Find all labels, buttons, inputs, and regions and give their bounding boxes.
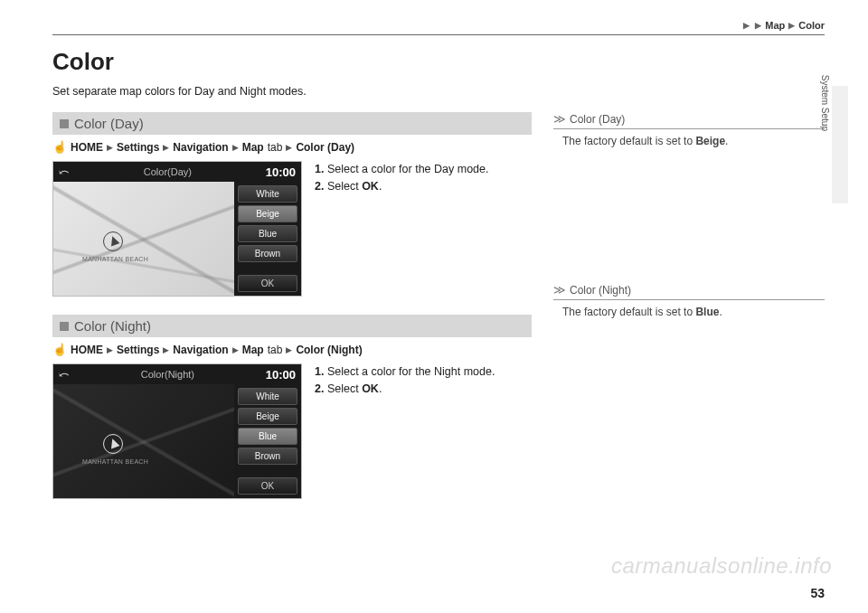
back-icon[interactable]: ⤺ xyxy=(59,367,70,382)
triangle-icon: ▶ xyxy=(232,345,239,354)
triangle-icon: ▶ xyxy=(755,21,761,30)
ok-button[interactable]: OK xyxy=(238,275,297,292)
steps-day: 1. Select a color for the Day mode. 2. S… xyxy=(315,161,488,195)
opt-white[interactable]: White xyxy=(238,388,297,405)
link-icon: ≫ xyxy=(553,283,566,297)
path-settings: Settings xyxy=(117,141,159,154)
link-icon: ≫ xyxy=(553,112,566,126)
opt-brown[interactable]: Brown xyxy=(238,448,297,465)
divider xyxy=(52,34,825,35)
path-home: HOME xyxy=(71,344,103,356)
aside-column: ≫ Color (Day) The factory default is set… xyxy=(553,112,825,517)
path-colornight: Color (Night) xyxy=(296,344,362,356)
hand-icon: ☝ xyxy=(52,343,67,356)
triangle-icon: ▶ xyxy=(286,345,292,354)
page-number: 53 xyxy=(810,586,825,600)
step-ok: OK xyxy=(362,180,379,193)
step-text: Select xyxy=(324,180,362,193)
path-tab: tab xyxy=(268,344,283,356)
step-num: 2. xyxy=(315,382,324,395)
side-tab xyxy=(832,86,848,203)
triangle-icon: ▶ xyxy=(163,345,169,354)
main-column: Color (Day) ☝ HOME ▶ Settings ▶ Navigati… xyxy=(52,112,532,517)
nav-path-day: ☝ HOME ▶ Settings ▶ Navigation ▶ Map tab… xyxy=(52,140,532,154)
clock: 10:00 xyxy=(266,368,296,382)
triangle-icon: ▶ xyxy=(232,143,239,152)
breadcrumb-top: ▶ ▶ Map ▶ Color xyxy=(52,20,825,31)
page-title: Color xyxy=(52,48,825,76)
back-icon[interactable]: ⤺ xyxy=(59,165,70,179)
triangle-icon: ▶ xyxy=(163,143,169,152)
aside-day-head: ≫ Color (Day) xyxy=(553,112,825,129)
step-num: 2. xyxy=(315,180,324,193)
clock: 10:00 xyxy=(266,165,296,179)
opt-brown[interactable]: Brown xyxy=(238,245,297,262)
aside-night-title: Color (Night) xyxy=(570,284,631,297)
step-text: Select xyxy=(324,382,362,395)
step-text: . xyxy=(379,180,382,193)
path-navigation: Navigation xyxy=(173,344,228,356)
section-bar-day-label: Color (Day) xyxy=(74,116,144,131)
breadcrumb-color: Color xyxy=(798,20,825,31)
path-map: Map xyxy=(242,141,264,154)
step-text: Select a color for the Day mode. xyxy=(324,163,488,175)
triangle-icon: ▶ xyxy=(107,345,113,354)
vehicle-cursor-icon xyxy=(103,434,123,454)
step-text: Select a color for the Night mode. xyxy=(324,365,495,378)
aside-night-head: ≫ Color (Night) xyxy=(553,283,825,300)
opt-beige[interactable]: Beige xyxy=(238,205,297,222)
section-bar-day: Color (Day) xyxy=(52,112,532,135)
map-label: MANHATTAN BEACH xyxy=(82,458,148,465)
aside-night-body: The factory default is set to Blue. xyxy=(553,306,825,318)
opt-blue[interactable]: Blue xyxy=(238,225,297,242)
triangle-icon: ▶ xyxy=(107,143,113,152)
path-settings: Settings xyxy=(117,344,159,356)
map-preview-day: MANHATTAN BEACH xyxy=(53,182,234,296)
path-tab: tab xyxy=(268,141,283,154)
color-menu-day: White Beige Blue Brown OK xyxy=(234,182,301,296)
screenshot-header: ⤺ Color(Night) 10:00 xyxy=(53,364,301,384)
hand-icon: ☝ xyxy=(52,140,67,154)
opt-blue[interactable]: Blue xyxy=(238,428,297,445)
section-bar-night-label: Color (Night) xyxy=(74,318,151,334)
square-bullet-icon xyxy=(60,119,69,128)
aside-day-title: Color (Day) xyxy=(570,113,625,126)
map-preview-night: MANHATTAN BEACH xyxy=(53,384,234,498)
screenshot-header: ⤺ Color(Day) 10:00 xyxy=(53,162,301,182)
path-colorday: Color (Day) xyxy=(296,141,354,154)
step-num: 1. xyxy=(315,365,324,378)
screen-title: Color(Night) xyxy=(141,369,194,380)
screen-title: Color(Day) xyxy=(144,166,192,177)
step-ok: OK xyxy=(362,382,379,395)
side-tab-label: System Setup xyxy=(820,75,830,131)
color-menu-night: White Beige Blue Brown OK xyxy=(234,384,301,498)
breadcrumb-map: Map xyxy=(765,20,785,31)
map-label: MANHATTAN BEACH xyxy=(82,256,148,262)
ok-button[interactable]: OK xyxy=(238,477,297,495)
screenshot-day: ⤺ Color(Day) 10:00 MANHATTAN BEACH White… xyxy=(52,161,302,297)
square-bullet-icon xyxy=(60,322,69,331)
screenshot-night: ⤺ Color(Night) 10:00 MANHATTAN BEACH Whi… xyxy=(52,363,302,499)
path-map: Map xyxy=(242,344,264,356)
aside-night: ≫ Color (Night) The factory default is s… xyxy=(553,283,825,318)
triangle-icon: ▶ xyxy=(788,21,795,30)
steps-night: 1. Select a color for the Night mode. 2.… xyxy=(315,363,495,398)
opt-beige[interactable]: Beige xyxy=(238,408,297,425)
step-num: 1. xyxy=(315,163,324,175)
opt-white[interactable]: White xyxy=(238,185,297,203)
vehicle-cursor-icon xyxy=(103,231,123,251)
path-home: HOME xyxy=(71,141,103,154)
section-bar-night: Color (Night) xyxy=(52,315,532,337)
intro-text: Set separate map colors for Day and Nigh… xyxy=(52,85,825,98)
path-navigation: Navigation xyxy=(173,141,228,154)
aside-day: ≫ Color (Day) The factory default is set… xyxy=(553,112,825,147)
triangle-icon: ▶ xyxy=(743,21,750,30)
watermark: carmanualsonline.info xyxy=(611,553,832,579)
nav-path-night: ☝ HOME ▶ Settings ▶ Navigation ▶ Map tab… xyxy=(52,343,532,356)
step-text: . xyxy=(379,382,382,395)
triangle-icon: ▶ xyxy=(286,143,292,152)
aside-day-body: The factory default is set to Beige. xyxy=(553,135,825,147)
